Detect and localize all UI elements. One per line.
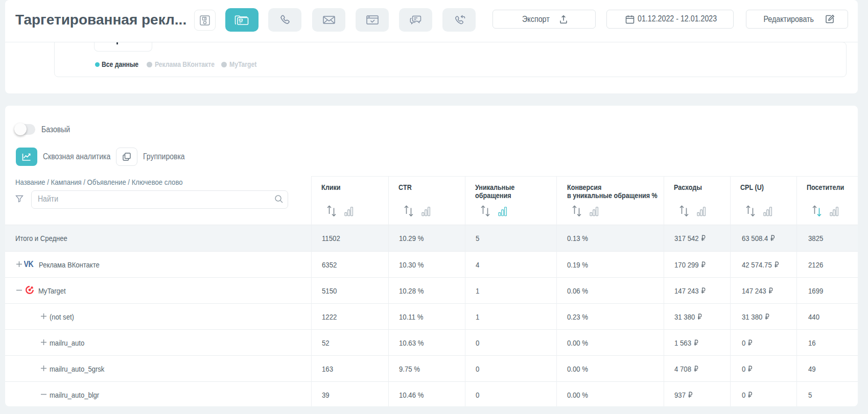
- svg-text:VK: VK: [24, 260, 34, 268]
